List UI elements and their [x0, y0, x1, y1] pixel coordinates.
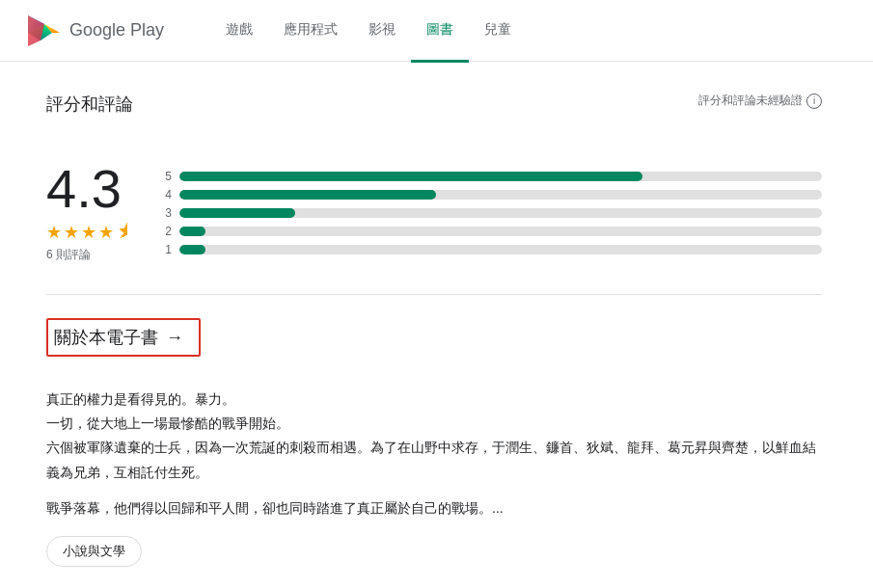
bar-fill-3	[179, 208, 295, 218]
bar-label-5: 5	[164, 170, 172, 183]
ratings-section-title: 評分和評論	[46, 93, 133, 116]
arrow-icon: →	[166, 328, 183, 348]
star-3: ★	[81, 222, 96, 243]
ratings-area: 4.3 ★ ★ ★ ★ ⯨ 6 則評論 5 4	[46, 162, 822, 263]
nav-item-kids[interactable]: 兒童	[469, 1, 527, 63]
divider	[46, 294, 822, 295]
star-half: ⯨	[116, 222, 133, 243]
verified-label-area: 評分和評論未經驗證 i	[698, 93, 822, 109]
main-content: 評分和評論 評分和評論未經驗證 i 4.3 ★ ★ ★ ★ ⯨ 6 則評論 5	[0, 62, 868, 588]
bar-track-3	[179, 208, 822, 218]
bar-label-2: 2	[164, 225, 172, 238]
main-nav: 遊戲 應用程式 影視 圖書 兒童	[210, 0, 527, 62]
bar-track-1	[179, 245, 822, 254]
bar-row-1: 1	[164, 243, 822, 256]
stars-display: ★ ★ ★ ★ ⯨	[46, 222, 133, 243]
bar-track-2	[179, 227, 822, 236]
logo-text: Google Play	[69, 20, 164, 40]
bar-row-4: 4	[164, 188, 822, 201]
bar-fill-2	[179, 227, 205, 236]
bar-track-4	[179, 190, 822, 200]
bar-row-3: 3	[164, 206, 822, 220]
rating-bars: 5 4 3 2	[164, 170, 822, 256]
genre-tag-button[interactable]: 小說與文學	[46, 536, 142, 567]
about-para-3: 六個被軍隊遺棄的士兵，因為一次荒誕的刺殺而相遇。為了在山野中求存，于潤生、鐮首、…	[46, 436, 822, 484]
verified-label-text: 評分和評論未經驗證	[698, 93, 803, 109]
star-2: ★	[64, 222, 79, 243]
star-1: ★	[46, 222, 62, 243]
svg-marker-3	[28, 15, 44, 46]
bar-fill-1	[179, 245, 205, 254]
nav-item-apps[interactable]: 應用程式	[268, 1, 353, 63]
about-para-1: 真正的權力是看得見的。暴力。	[46, 388, 822, 412]
big-rating-block: 4.3 ★ ★ ★ ★ ⯨ 6 則評論	[46, 162, 133, 263]
nav-item-books[interactable]: 圖書	[411, 1, 469, 63]
nav-item-games[interactable]: 遊戲	[210, 1, 268, 63]
bar-track-5	[179, 172, 822, 181]
about-title: 關於本電子書	[54, 326, 158, 349]
about-header-box[interactable]: 關於本電子書 →	[46, 318, 201, 357]
about-text-block: 真正的權力是看得見的。暴力。 一切，從大地上一場最慘酷的戰爭開始。 六個被軍隊遺…	[46, 388, 822, 521]
google-play-logo[interactable]: Google Play	[23, 12, 164, 50]
info-icon[interactable]: i	[806, 94, 822, 109]
bar-label-3: 3	[164, 206, 172, 220]
about-spacer	[46, 485, 822, 496]
bar-fill-5	[179, 172, 642, 181]
bar-row-2: 2	[164, 225, 822, 238]
bar-fill-4	[179, 190, 436, 200]
bar-label-4: 4	[164, 188, 172, 201]
play-logo-icon	[23, 12, 62, 50]
bar-label-1: 1	[164, 243, 172, 256]
about-para-2: 一切，從大地上一場最慘酷的戰爭開始。	[46, 412, 822, 436]
bar-row-5: 5	[164, 170, 822, 183]
review-count: 6 則評論	[46, 247, 91, 263]
rating-number: 4.3	[46, 162, 122, 216]
star-4: ★	[98, 222, 114, 243]
ratings-header-row: 評分和評論 評分和評論未經驗證 i	[46, 93, 822, 139]
header: Google Play 遊戲 應用程式 影視 圖書 兒童	[0, 0, 873, 62]
about-para-4: 戰爭落幕，他們得以回歸和平人間，卻也同時踏進了真正屬於自己的戰場。...	[46, 496, 822, 521]
nav-item-movies[interactable]: 影視	[353, 1, 411, 63]
